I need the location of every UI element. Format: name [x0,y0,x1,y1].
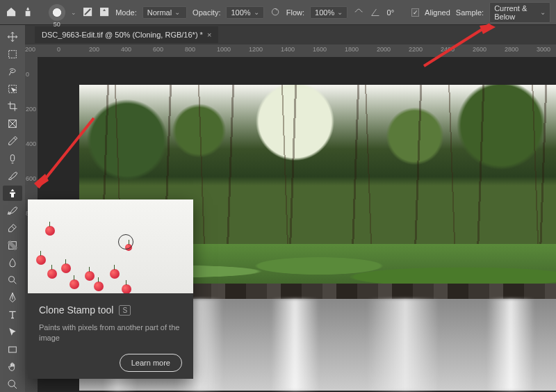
marquee-tool[interactable] [3,47,22,62]
lasso-tool[interactable] [3,64,22,79]
close-icon[interactable]: × [207,31,211,39]
aligned-label: Aligned [425,8,450,17]
angle-value: 0° [387,8,395,17]
aligned-checkbox[interactable]: ✓ [411,8,419,17]
clone-source-icon[interactable] [22,6,33,19]
brush-size-label: 50 [54,21,60,28]
mode-label: Mode: [115,8,137,17]
brush-preset-picker[interactable]: 50 [49,4,65,21]
flow-label: Flow: [286,8,304,17]
svg-rect-6 [10,155,14,161]
opacity-input[interactable]: 100% [226,6,263,19]
tooltip-description: Paints with pixels from another part of … [39,322,182,344]
clone-panel-icon[interactable] [99,6,110,19]
blur-tool[interactable] [3,255,22,270]
brush-panel-icon[interactable] [82,6,93,19]
learn-more-button[interactable]: Learn more [120,354,182,372]
eyedropper-tool[interactable] [3,133,22,149]
object-select-tool[interactable] [3,81,22,97]
document-tab-bar: DSC_9663-Edit.tif @ 50% (Cloning, RGB/16… [0,25,556,44]
svg-rect-3 [9,51,17,58]
eraser-tool[interactable] [3,220,22,236]
opacity-pressure-icon[interactable] [270,6,281,19]
tools-panel [0,25,25,392]
history-brush-tool[interactable] [3,203,22,218]
frame-tool[interactable] [3,116,22,131]
opacity-label: Opacity: [193,8,220,17]
svg-rect-1 [100,8,108,16]
healing-brush-tool[interactable] [3,151,22,166]
type-tool[interactable] [3,307,22,322]
zoom-tool[interactable] [3,377,22,392]
angle-icon[interactable] [370,6,381,19]
svg-point-2 [272,9,278,15]
crop-tool[interactable] [3,99,22,114]
pen-tool[interactable] [3,290,22,305]
tooltip-preview-image [28,199,193,293]
path-select-tool[interactable] [3,325,22,340]
dodge-tool[interactable] [3,272,22,288]
home-icon[interactable] [6,6,17,19]
svg-rect-10 [9,347,17,352]
sample-dropdown[interactable]: Current & Below [489,2,550,23]
tool-tooltip-card: Clone Stamp tool S Paints with pixels fr… [28,199,193,379]
flow-input[interactable]: 100% [310,6,348,19]
rectangle-tool[interactable] [3,342,22,357]
blend-mode-dropdown[interactable]: Normal [142,6,187,19]
tooltip-shortcut-key: S [119,305,131,316]
gradient-tool[interactable] [3,238,22,253]
document-tab[interactable]: DSC_9663-Edit.tif @ 50% (Cloning, RGB/16… [35,26,218,43]
hand-tool[interactable] [3,359,22,375]
airbrush-icon[interactable] [353,6,364,19]
horizontal-ruler: 2000200400600800100012001400160018002000… [25,44,556,57]
svg-point-9 [9,277,15,282]
sample-label: Sample: [456,8,484,17]
clone-stamp-tool[interactable] [3,186,22,201]
svg-point-11 [8,380,15,386]
brush-tool[interactable] [3,168,22,183]
options-bar: 50 ⌄ Mode: Normal Opacity: 100% Flow: 10… [0,0,556,25]
move-tool[interactable] [3,29,22,44]
tooltip-title: Clone Stamp tool [39,304,113,316]
brush-preview-icon [49,4,65,21]
document-title: DSC_9663-Edit.tif @ 50% (Cloning, RGB/16… [42,31,203,39]
